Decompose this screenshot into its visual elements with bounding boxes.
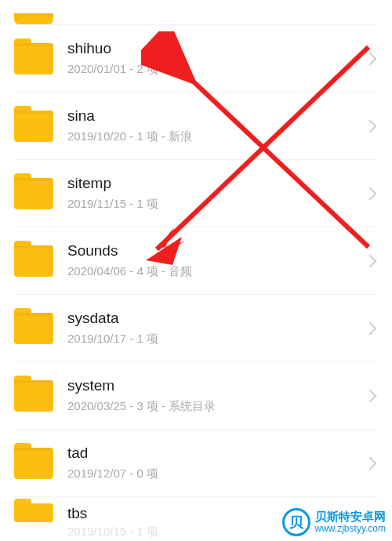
folder-name: system [67, 377, 365, 395]
folder-row[interactable]: tad 2019/12/07 - 0 项 [14, 430, 378, 497]
folder-meta: 2019/10/15 - 1 项 [67, 525, 378, 539]
folder-icon [14, 43, 53, 74]
folder-meta: 2020/04/06 - 4 项 - 音频 [67, 264, 365, 279]
folder-row[interactable]: shihuo 2020/01/01 - 2 项 [14, 25, 378, 93]
folder-name: tbs [67, 505, 378, 523]
folder-meta: 2020/03/25 - 3 项 - 系统目录 [67, 399, 365, 414]
folder-icon [14, 111, 53, 142]
folder-icon [14, 380, 53, 412]
chevron-right-icon [364, 52, 377, 65]
folder-row[interactable]: system 2020/03/25 - 3 项 - 系统目录 [14, 362, 378, 430]
chevron-right-icon [364, 389, 377, 402]
chevron-right-icon [364, 456, 377, 470]
folder-meta: 2019/10/20 - 1 项 - 新浪 [67, 129, 365, 144]
folder-name: Sounds [67, 242, 365, 260]
folder-name: sitemp [67, 175, 365, 193]
chevron-right-icon [364, 119, 377, 133]
folder-meta: 2019/11/15 - 1 项 [67, 197, 365, 212]
folder-name: sina [67, 107, 365, 125]
folder-icon [14, 313, 53, 344]
folder-meta: 2019/10/17 - 1 项 [67, 332, 365, 347]
chevron-right-icon [364, 254, 377, 267]
folder-icon [14, 448, 53, 479]
folder-row[interactable]: 2019/11/15 - 1 项 [14, 0, 378, 25]
folder-name: tad [67, 445, 365, 463]
chevron-right-icon [364, 187, 377, 200]
folder-icon [14, 503, 53, 522]
folder-icon [14, 245, 53, 277]
folder-row[interactable]: tbs 2019/10/15 - 1 项 [14, 497, 378, 532]
folder-icon [14, 13, 53, 24]
folder-row[interactable]: sina 2019/10/20 - 1 项 - 新浪 [14, 93, 378, 160]
folder-row[interactable]: sysdata 2019/10/17 - 1 项 [14, 295, 378, 362]
folder-name: shihuo [67, 40, 365, 58]
folder-meta: 2019/12/07 - 0 项 [67, 467, 365, 481]
folder-row[interactable]: sitemp 2019/11/15 - 1 项 [14, 160, 378, 227]
folder-icon [14, 178, 53, 209]
folder-name: sysdata [67, 310, 365, 328]
folder-row-sounds[interactable]: Sounds 2020/04/06 - 4 项 - 音频 [14, 227, 378, 295]
chevron-right-icon [364, 321, 377, 335]
folder-meta: 2020/01/01 - 2 项 [67, 62, 365, 77]
folder-list: 2019/11/15 - 1 项 shihuo 2020/01/01 - 2 项… [0, 0, 392, 532]
